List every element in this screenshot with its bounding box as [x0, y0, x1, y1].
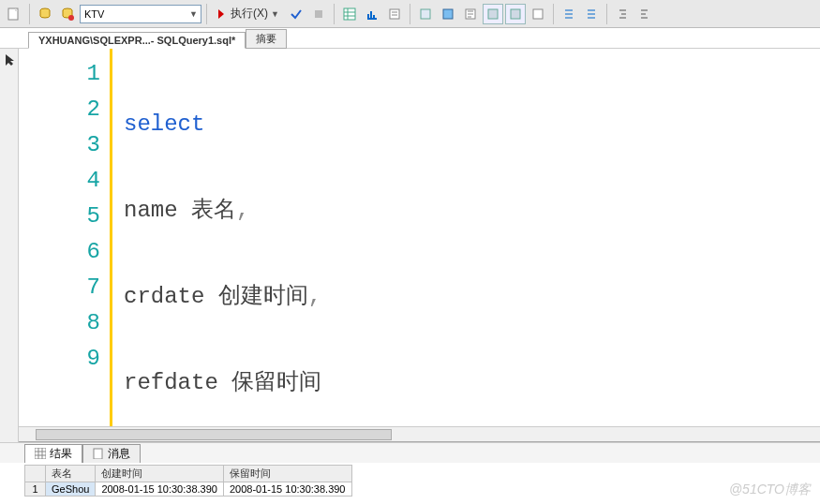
- toolbar-sep: [553, 4, 554, 24]
- document-tabs: YXHUANG\SQLEXPR...- SQLQuery1.sql* 摘要: [0, 28, 820, 49]
- cell-refdate[interactable]: 2008-01-15 10:30:38.390: [223, 482, 351, 497]
- tab-sqlquery-label: YXHUANG\SQLEXPR...- SQLQuery1.sql*: [38, 35, 235, 46]
- text-result-icon[interactable]: [384, 4, 405, 24]
- alias: 表名: [191, 198, 236, 223]
- col-header-refdate[interactable]: 保留时间: [223, 466, 351, 482]
- scroll-thumb[interactable]: [36, 429, 392, 440]
- tab-summary-label: 摘要: [256, 33, 276, 44]
- table-row[interactable]: 1 GeShou 2008-01-15 10:30:38.390 2008-01…: [25, 482, 352, 497]
- tab-results[interactable]: 结果: [24, 444, 82, 463]
- database-combo-value: KTV: [84, 8, 104, 20]
- execute-label: 执行(X): [231, 6, 268, 22]
- chevron-down-icon: ▼: [189, 9, 201, 19]
- row-index: 1: [25, 482, 46, 497]
- kw-select: select: [124, 111, 204, 137]
- main-area: 1 2 3 4 5 6 7 8 9 select name 表名, crdate…: [0, 49, 820, 442]
- line-gutter: 1 2 3 4 5 6 7 8 9: [19, 49, 112, 426]
- col-name: name: [124, 198, 191, 223]
- tool-icon-c[interactable]: [460, 4, 481, 24]
- cell-crdate[interactable]: 2008-01-15 10:30:38.390: [96, 482, 224, 497]
- grid-corner: [25, 466, 46, 482]
- cell-name[interactable]: GeShou: [46, 482, 96, 497]
- line-no: 4: [19, 163, 100, 199]
- svg-rect-4: [315, 10, 322, 18]
- tool-icon-e[interactable]: [505, 4, 526, 24]
- grid-icon: [35, 448, 46, 459]
- watermark: @51CTO博客: [729, 482, 811, 498]
- line-no: 8: [19, 305, 100, 341]
- horizontal-scrollbar[interactable]: [19, 426, 820, 441]
- tool-icon-a[interactable]: [415, 4, 436, 24]
- tool-icon-d[interactable]: [483, 4, 503, 24]
- toolbar-sep: [29, 4, 30, 24]
- pointer-icon[interactable]: [4, 54, 15, 66]
- tab-messages-label: 消息: [108, 446, 130, 462]
- line-no: 1: [19, 56, 100, 92]
- indent-right-icon[interactable]: [634, 4, 655, 24]
- svg-rect-23: [94, 449, 102, 459]
- svg-rect-18: [35, 448, 46, 459]
- col-refdate: refdate: [124, 370, 231, 395]
- db-icon-1[interactable]: [35, 4, 55, 24]
- tool-icon-b[interactable]: [438, 4, 458, 24]
- page-icon: [93, 448, 104, 459]
- chart-icon[interactable]: [362, 4, 382, 24]
- code-editor[interactable]: 1 2 3 4 5 6 7 8 9 select name 表名, crdate…: [19, 49, 820, 426]
- tab-summary[interactable]: 摘要: [246, 29, 287, 49]
- svg-point-3: [68, 15, 74, 21]
- svg-rect-9: [390, 9, 399, 19]
- toolbar-sep: [606, 4, 607, 24]
- col-header-name[interactable]: 表名: [46, 466, 96, 482]
- line-no: 5: [19, 199, 100, 234]
- execute-button[interactable]: 执行(X) ▼: [212, 6, 284, 22]
- results-pane: 结果 消息 表名 创建时间 保留时间 1 GeShou 2008-01-15 1…: [0, 442, 820, 504]
- check-icon[interactable]: [286, 4, 306, 24]
- svg-rect-16: [511, 9, 520, 19]
- line-no: 6: [19, 234, 100, 270]
- results-tabs: 结果 消息: [0, 442, 820, 463]
- grid-icon[interactable]: [339, 4, 360, 24]
- tab-results-label: 结果: [50, 446, 72, 462]
- comma: ,: [236, 198, 249, 223]
- comma: ,: [308, 284, 321, 309]
- tool-icon-f[interactable]: [528, 4, 548, 24]
- indent-icon[interactable]: [559, 4, 579, 24]
- alias: 创建时间: [218, 284, 308, 309]
- svg-rect-12: [421, 9, 430, 19]
- db-icon-2[interactable]: [57, 4, 78, 24]
- line-no: 3: [19, 127, 100, 163]
- code-content[interactable]: select name 表名, crdate 创建时间, refdate 保留时…: [112, 49, 681, 426]
- line-no: 2: [19, 92, 100, 127]
- database-combo[interactable]: KTV ▼: [80, 5, 201, 23]
- editor: 1 2 3 4 5 6 7 8 9 select name 表名, crdate…: [19, 49, 820, 442]
- results-grid[interactable]: 表名 创建时间 保留时间 1 GeShou 2008-01-15 10:30:3…: [24, 465, 352, 497]
- line-no: 7: [19, 270, 100, 305]
- svg-rect-13: [443, 9, 453, 19]
- tab-messages[interactable]: 消息: [82, 444, 141, 463]
- tab-sqlquery[interactable]: YXHUANG\SQLEXPR...- SQLQuery1.sql*: [28, 32, 246, 49]
- svg-rect-17: [533, 9, 543, 19]
- toolbar-sep: [410, 4, 410, 24]
- indent-left-icon[interactable]: [612, 4, 633, 24]
- col-crdate: crdate: [124, 284, 218, 309]
- left-strip: [0, 49, 19, 442]
- col-header-crdate[interactable]: 创建时间: [96, 466, 224, 482]
- stop-icon[interactable]: [308, 4, 329, 24]
- toolbar-sep: [206, 4, 207, 24]
- toolbar-sep: [334, 4, 335, 24]
- outdent-icon[interactable]: [581, 4, 602, 24]
- alias: 保留时间: [231, 370, 321, 395]
- new-query-icon[interactable]: [4, 4, 24, 24]
- line-no: 9: [19, 341, 100, 377]
- svg-rect-5: [344, 8, 355, 20]
- top-toolbar: KTV ▼ 执行(X) ▼: [0, 0, 820, 28]
- svg-rect-15: [488, 9, 498, 19]
